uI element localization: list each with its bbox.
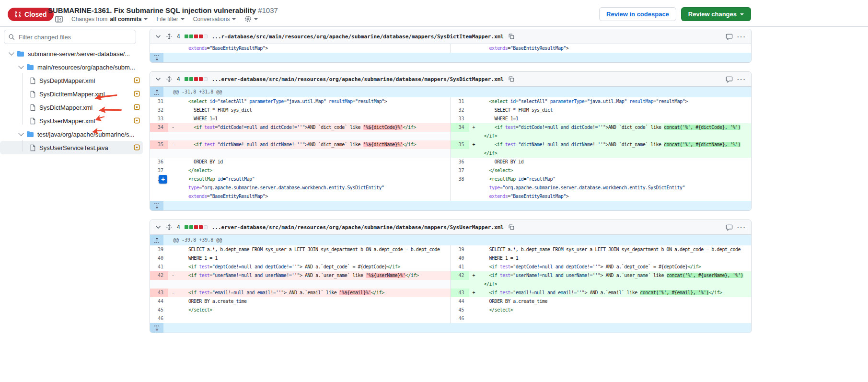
chevron-down-icon [18, 63, 23, 69]
line-number[interactable]: 43 [150, 289, 168, 297]
review-changes-button[interactable]: Review changes [681, 7, 751, 21]
kebab-menu-button[interactable]: ··· [737, 76, 746, 83]
line-number[interactable]: 41 [150, 263, 168, 271]
expand-down-icon [154, 325, 160, 331]
diff-marker: - [168, 140, 178, 149]
tree-file-row[interactable]: SysDictMapper.xml [0, 101, 143, 114]
line-number[interactable]: 44 [150, 297, 168, 306]
tree-folder-row[interactable]: test/java/org/apache/submarine/s... [0, 127, 143, 141]
line-number[interactable]: 34 [150, 123, 168, 132]
line-number[interactable] [451, 132, 469, 140]
copy-path-button[interactable] [508, 76, 515, 82]
line-number[interactable] [150, 44, 168, 53]
review-in-codespace-button[interactable]: Review in codespace [599, 7, 676, 21]
line-number[interactable]: 35 [150, 140, 168, 149]
diff-line-row: type="org.apache.submarine.server.databa… [150, 184, 751, 192]
file-filter-dropdown[interactable]: File filter [156, 16, 184, 23]
line-number[interactable] [150, 192, 168, 201]
line-number[interactable] [451, 44, 469, 53]
code-line: ORDER BY id [178, 158, 451, 166]
expand-down-button[interactable] [150, 53, 163, 62]
drag-handle-icon[interactable] [166, 76, 173, 82]
hunk-range-label: @@ -31,8 +31,8 @@ [163, 87, 222, 97]
diff-half [150, 280, 451, 289]
diff-line-row: 41 <if test="deptCode!=null and deptCode… [150, 263, 751, 271]
tree-file-row[interactable]: SysDictItemMapper.xml [0, 87, 143, 101]
tree-folder-row[interactable]: submarine-server/server-database/... [0, 47, 143, 60]
line-number[interactable]: 45 [451, 306, 469, 314]
line-number[interactable]: 36 [150, 158, 168, 166]
line-number[interactable]: 32 [451, 106, 469, 115]
comment-toggle-button[interactable] [726, 224, 733, 231]
line-number[interactable]: 33 [451, 115, 469, 123]
line-number[interactable]: 31 [150, 97, 168, 106]
tree-file-row[interactable]: SysUserMapper.xml [0, 114, 143, 127]
collapse-file-chevron[interactable] [155, 33, 162, 40]
diff-half [150, 132, 451, 140]
line-number[interactable] [451, 280, 469, 289]
add-comment-button[interactable]: + [159, 175, 167, 184]
line-number[interactable] [451, 149, 469, 158]
kebab-menu-button[interactable]: ··· [737, 33, 746, 40]
drag-handle-icon[interactable] [166, 224, 173, 231]
line-number[interactable]: 43 [451, 289, 469, 297]
tree-folder-row[interactable]: main/resources/org/apache/subm... [0, 60, 143, 74]
drag-handle-icon[interactable] [166, 33, 173, 40]
line-number[interactable]: 46 [150, 314, 168, 323]
chevron-down-icon [18, 130, 23, 136]
line-number[interactable]: 32 [150, 106, 168, 115]
collapse-file-chevron[interactable] [155, 224, 162, 231]
tree-file-row[interactable]: SysDeptMapper.xml [0, 74, 143, 87]
line-number[interactable]: 37 [451, 166, 469, 175]
file-path[interactable]: ...r-database/src/main/resources/org/apa… [212, 34, 504, 40]
tree-connector-line [22, 73, 23, 125]
diff-line-row: 35- <if test="dictName!=null and dictNam… [150, 140, 751, 149]
diff-settings-dropdown[interactable] [244, 15, 258, 23]
expand-hunk-button[interactable] [150, 87, 163, 97]
copy-path-button[interactable] [508, 224, 515, 231]
diff-half: extends="BaseEntityResultMap"> [451, 192, 752, 201]
line-number[interactable]: 31 [451, 97, 469, 106]
file-path[interactable]: ...erver-database/src/main/resources/org… [212, 76, 504, 82]
line-number[interactable]: 37 [150, 166, 168, 175]
line-number[interactable] [451, 184, 469, 192]
line-number[interactable]: 39 [150, 245, 168, 254]
changes-count: 4 [177, 224, 180, 231]
line-number[interactable]: 33 [150, 115, 168, 123]
line-number[interactable]: 45 [150, 306, 168, 314]
copy-path-button[interactable] [508, 33, 515, 40]
expand-down-button[interactable] [150, 201, 163, 210]
comment-toggle-button[interactable] [726, 33, 733, 40]
code-line: extends="BaseEntityResultMap"> [479, 192, 752, 201]
kebab-menu-button[interactable]: ··· [737, 224, 746, 231]
line-number[interactable]: 41 [451, 263, 469, 271]
collapse-file-chevron[interactable] [155, 76, 162, 82]
changes-from-dropdown[interactable]: Changes from all commits [71, 16, 148, 23]
line-number[interactable]: 46 [451, 314, 469, 323]
line-number[interactable]: 35 [451, 140, 469, 149]
diff-list: 4...r-database/src/main/resources/org/ap… [150, 29, 752, 333]
line-number[interactable]: 42 [451, 271, 469, 280]
file-icon [30, 117, 36, 125]
expand-hunk-button[interactable] [150, 235, 163, 245]
line-number[interactable]: 36 [451, 158, 469, 166]
line-number[interactable]: 39 [451, 245, 469, 254]
code-line: ORDER BY a.create_time [178, 297, 451, 306]
file-path[interactable]: ...erver-database/src/main/resources/org… [212, 224, 504, 231]
collapse-sidebar-icon[interactable] [55, 16, 63, 23]
line-number[interactable] [451, 192, 469, 201]
expand-down-button[interactable] [150, 323, 163, 333]
line-number[interactable]: 40 [451, 254, 469, 263]
tree-file-row[interactable]: SysUserServiceTest.java [0, 141, 143, 154]
diff-half: 35+ <if test="dictName!=null and dictNam… [451, 140, 752, 149]
line-number[interactable]: 40 [150, 254, 168, 263]
diff-marker [469, 192, 479, 201]
filter-changed-files-input[interactable] [4, 30, 136, 44]
line-number[interactable]: 42 [150, 271, 168, 280]
line-number[interactable] [150, 184, 168, 192]
line-number[interactable]: 38 [451, 175, 469, 184]
line-number[interactable]: 34 [451, 123, 469, 132]
line-number[interactable]: 44 [451, 297, 469, 306]
conversations-dropdown[interactable]: Conversations [193, 16, 236, 23]
comment-toggle-button[interactable] [726, 76, 733, 83]
